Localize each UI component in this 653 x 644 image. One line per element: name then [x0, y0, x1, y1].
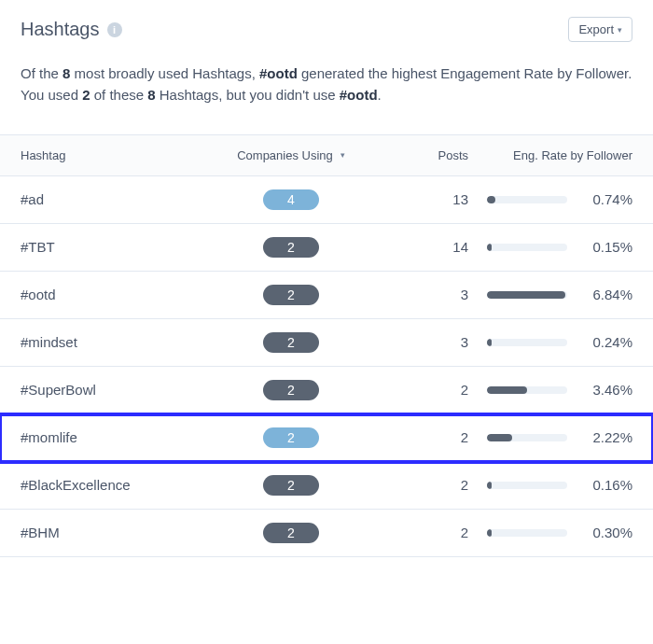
eng-cell: 6.84%: [468, 287, 632, 302]
table-row[interactable]: #mindset230.24%: [0, 319, 653, 367]
table-row[interactable]: #SuperBowl223.46%: [0, 367, 653, 414]
posts-cell: 14: [375, 239, 468, 255]
export-label: Export: [578, 22, 614, 36]
table-row[interactable]: #ad4130.74%: [0, 176, 653, 224]
companies-pill: 2: [263, 475, 319, 496]
eng-value: 0.30%: [580, 525, 632, 540]
table-row[interactable]: #momlife222.22%: [0, 414, 653, 462]
intro-text: Of the 8 most broadly used Hashtags, #oo…: [0, 53, 653, 134]
eng-cell: 0.74%: [468, 191, 632, 207]
eng-bar-track: [487, 434, 567, 441]
col-header-eng[interactable]: Eng. Rate by Follower: [468, 148, 632, 162]
table-row[interactable]: #BlackExcellence220.16%: [0, 462, 653, 510]
intro-missed: #ootd: [340, 87, 378, 103]
eng-value: 0.74%: [580, 191, 632, 207]
eng-value: 6.84%: [580, 287, 632, 302]
eng-cell: 3.46%: [468, 382, 632, 398]
header: Hashtags i Export ▾: [0, 0, 653, 53]
companies-cell: 2: [207, 427, 375, 448]
intro-total: 8: [63, 65, 70, 81]
chevron-down-icon: ▾: [618, 25, 622, 35]
eng-value: 2.22%: [580, 429, 632, 445]
companies-pill: 4: [263, 189, 319, 210]
eng-bar-fill: [487, 434, 512, 441]
hashtag-cell: #mindset: [21, 334, 207, 350]
eng-bar-fill: [487, 339, 492, 346]
companies-cell: 2: [207, 285, 375, 305]
companies-cell: 2: [207, 237, 375, 258]
eng-bar-fill: [487, 529, 492, 537]
posts-cell: 13: [375, 191, 468, 207]
eng-bar-fill: [487, 196, 495, 203]
eng-bar-track: [487, 482, 567, 489]
col-header-companies-label: Companies Using: [237, 148, 333, 162]
table-row[interactable]: #ootd236.84%: [0, 272, 653, 319]
table-row[interactable]: #BHM220.30%: [0, 510, 653, 557]
companies-pill: 2: [263, 427, 319, 448]
eng-bar-track: [487, 386, 567, 394]
eng-value: 0.16%: [580, 477, 632, 493]
companies-pill: 2: [263, 237, 319, 258]
eng-bar-track: [487, 529, 567, 537]
hashtag-cell: #ootd: [21, 287, 207, 302]
eng-value: 0.15%: [580, 239, 632, 255]
sort-chevron-down-icon: ▾: [340, 150, 345, 160]
eng-cell: 2.22%: [468, 429, 632, 445]
posts-cell: 3: [375, 287, 468, 302]
table-body: #ad4130.74%#TBT2140.15%#ootd236.84%#mind…: [0, 176, 653, 557]
companies-pill: 2: [263, 285, 319, 305]
eng-value: 3.46%: [580, 382, 632, 398]
companies-cell: 2: [207, 380, 375, 400]
hashtag-cell: #momlife: [21, 429, 207, 445]
hashtag-cell: #BHM: [21, 525, 207, 540]
posts-cell: 2: [375, 525, 468, 540]
eng-value: 0.24%: [580, 334, 632, 350]
companies-cell: 2: [207, 475, 375, 496]
hashtag-cell: #TBT: [21, 239, 207, 255]
title-wrap: Hashtags i: [21, 19, 122, 40]
export-button[interactable]: Export ▾: [568, 17, 632, 42]
table-row[interactable]: #TBT2140.15%: [0, 224, 653, 272]
eng-cell: 0.24%: [468, 334, 632, 350]
col-header-hashtag[interactable]: Hashtag: [21, 148, 207, 162]
eng-bar-track: [487, 291, 567, 299]
companies-cell: 4: [207, 189, 375, 210]
intro-of: 8: [147, 87, 155, 103]
eng-bar-fill: [487, 386, 527, 394]
companies-pill: 2: [263, 332, 319, 353]
eng-bar-fill: [487, 291, 565, 299]
eng-bar-track: [487, 196, 567, 203]
col-header-companies[interactable]: Companies Using ▾: [207, 148, 375, 162]
posts-cell: 2: [375, 382, 468, 398]
hashtag-cell: #SuperBowl: [21, 382, 207, 398]
companies-cell: 2: [207, 332, 375, 353]
companies-pill: 2: [263, 380, 319, 400]
eng-cell: 0.15%: [468, 239, 632, 255]
eng-bar-fill: [487, 482, 492, 489]
eng-cell: 0.16%: [468, 477, 632, 493]
eng-bar-fill: [487, 244, 492, 251]
page-title: Hashtags: [21, 19, 100, 40]
companies-pill: 2: [263, 523, 319, 543]
info-icon[interactable]: i: [107, 22, 122, 37]
col-header-posts[interactable]: Posts: [375, 148, 468, 162]
posts-cell: 3: [375, 334, 468, 350]
companies-cell: 2: [207, 523, 375, 543]
intro-used: 2: [82, 87, 90, 103]
posts-cell: 2: [375, 429, 468, 445]
eng-bar-track: [487, 244, 567, 251]
table-header: Hashtag Companies Using ▾ Posts Eng. Rat…: [0, 134, 653, 176]
hashtag-cell: #ad: [21, 191, 207, 207]
eng-bar-track: [487, 339, 567, 346]
intro-top-hashtag: #ootd: [259, 65, 298, 81]
eng-cell: 0.30%: [468, 525, 632, 540]
posts-cell: 2: [375, 477, 468, 493]
hashtag-cell: #BlackExcellence: [21, 477, 207, 493]
